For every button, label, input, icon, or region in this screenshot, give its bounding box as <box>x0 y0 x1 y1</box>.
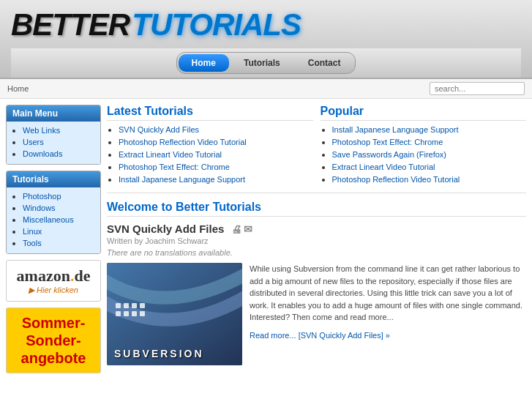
latest-tutorials-title: Latest Tutorials <box>107 105 313 121</box>
latest-item-3[interactable]: Photoshop Text Effect: Chrome <box>119 163 230 171</box>
nav: Home Tutorials Contact <box>11 48 521 78</box>
list-item: Extract Lineart Video Tutorial <box>119 149 313 160</box>
list-item: Photoshop <box>23 191 94 201</box>
svg-rect-1 <box>116 303 121 308</box>
article-icons: 🖨 ✉ <box>231 223 252 235</box>
header: BETTER TUTORIALS Home Tutorials Contact <box>0 0 532 79</box>
article-body: SUBVERSION While using Subversion from t… <box>107 263 526 365</box>
amazon-ad[interactable]: amazon.de ▶ Hier klicken <box>6 260 101 302</box>
logo-tutorials: TUTORIALS <box>132 7 301 42</box>
list-item: Web Links <box>23 125 94 135</box>
list-item: Miscellaneous <box>23 215 94 225</box>
list-item: Install Japanese Language Support <box>119 174 313 184</box>
amazon-logo: amazon.de <box>12 266 94 286</box>
print-icon[interactable]: 🖨 <box>231 223 241 235</box>
article-meta: Written by Joachim Schwarz <box>107 236 526 245</box>
list-item: Users <box>23 137 94 147</box>
logo-better: BETTER <box>11 7 130 42</box>
svg-rect-4 <box>140 303 145 308</box>
sommer-text: Sommer- Sonder- angebote <box>12 314 94 367</box>
list-item: Photoshop Reflection Video Tutorial <box>119 137 313 147</box>
article-title: SVN Quickly Add Files 🖨 ✉ <box>107 223 526 235</box>
latest-tutorials-list: SVN Quickly Add Files Photoshop Reflecti… <box>107 124 313 184</box>
windows-link[interactable]: Windows <box>23 204 56 212</box>
nav-contact[interactable]: Contact <box>295 54 354 72</box>
popular-item-3[interactable]: Extract Lineart Video Tutorial <box>332 163 435 171</box>
hier-klicken[interactable]: ▶ Hier klicken <box>12 286 94 295</box>
popular-list: Install Japanese Language Support Photos… <box>321 124 527 184</box>
read-more-link[interactable]: Read more... [SVN Quickly Add Files] » <box>250 329 526 342</box>
list-item: Downloads <box>23 149 94 159</box>
tutorials-menu-box: Tutorials Photoshop Windows Miscellaneou… <box>6 171 101 254</box>
main-menu-title: Main Menu <box>7 105 100 122</box>
subversion-label: SUBVERSION <box>114 348 204 359</box>
breadcrumb: Home <box>7 84 29 93</box>
nav-home[interactable]: Home <box>179 54 229 72</box>
article-notice: There are no translations available. <box>107 248 526 257</box>
misc-link[interactable]: Miscellaneous <box>23 215 74 224</box>
main-layout: Main Menu Web Links Users Downloads Tuto… <box>0 99 532 385</box>
list-item: Photoshop Reflection Video Tutorial <box>332 174 527 184</box>
popular-panel: Popular Install Japanese Language Suppor… <box>321 105 527 187</box>
latest-item-4[interactable]: Install Japanese Language Support <box>119 175 245 184</box>
amazon-dot: . <box>70 266 75 285</box>
nav-tutorials[interactable]: Tutorials <box>231 54 293 72</box>
svg-rect-5 <box>116 311 121 316</box>
list-item: Photoshop Text Effect: Chrome <box>332 137 527 147</box>
list-item: Windows <box>23 203 94 213</box>
tutorials-menu-title: Tutorials <box>7 171 100 187</box>
list-item: SVN Quickly Add Files <box>119 124 313 135</box>
svg-rect-7 <box>132 311 137 316</box>
welcome-section: Welcome to Better Tutorials SVN Quickly … <box>107 201 526 365</box>
users-link[interactable]: Users <box>23 138 44 146</box>
tools-link[interactable]: Tools <box>23 239 42 247</box>
popular-item-4[interactable]: Photoshop Reflection Video Tutorial <box>332 175 460 184</box>
welcome-title: Welcome to Better Tutorials <box>107 201 526 217</box>
list-item: Save Passwords Again (Firefox) <box>332 149 527 160</box>
latest-tutorials-panel: Latest Tutorials SVN Quickly Add Files P… <box>107 105 313 187</box>
linux-link[interactable]: Linux <box>23 227 42 236</box>
list-item: Linux <box>23 226 94 236</box>
main-menu-box: Main Menu Web Links Users Downloads <box>6 105 101 165</box>
article-text: While using Subversion from the command … <box>250 263 526 365</box>
popular-title: Popular <box>321 105 527 121</box>
email-icon[interactable]: ✉ <box>244 223 252 235</box>
svg-rect-8 <box>140 311 145 316</box>
latest-item-1[interactable]: Photoshop Reflection Video Tutorial <box>119 138 247 146</box>
downloads-link[interactable]: Downloads <box>23 149 62 158</box>
sidebar: Main Menu Web Links Users Downloads Tuto… <box>6 105 101 379</box>
photoshop-link[interactable]: Photoshop <box>23 192 61 201</box>
latest-item-2[interactable]: Extract Lineart Video Tutorial <box>119 150 222 159</box>
svg-rect-3 <box>132 303 137 308</box>
list-item: Photoshop Text Effect: Chrome <box>119 162 313 172</box>
popular-item-0[interactable]: Install Japanese Language Support <box>332 125 459 134</box>
main-menu-content: Web Links Users Downloads <box>7 122 100 164</box>
top-panels: Latest Tutorials SVN Quickly Add Files P… <box>107 105 526 193</box>
tutorials-menu-content: Photoshop Windows Miscellaneous Linux To… <box>7 187 100 253</box>
svg-rect-6 <box>124 311 129 316</box>
content: Latest Tutorials SVN Quickly Add Files P… <box>107 105 526 379</box>
sommer-ad[interactable]: Sommer- Sonder- angebote <box>6 307 101 373</box>
latest-item-0[interactable]: SVN Quickly Add Files <box>119 125 199 134</box>
list-item: Tools <box>23 238 94 248</box>
topbar: Home <box>0 79 532 99</box>
web-links-link[interactable]: Web Links <box>23 126 60 135</box>
popular-item-2[interactable]: Save Passwords Again (Firefox) <box>332 150 447 159</box>
list-item: Install Japanese Language Support <box>332 124 527 135</box>
article-image: SUBVERSION <box>107 263 242 365</box>
logo: BETTER TUTORIALS <box>11 7 521 42</box>
list-item: Extract Lineart Video Tutorial <box>332 162 527 172</box>
search-input[interactable] <box>430 82 525 95</box>
popular-item-1[interactable]: Photoshop Text Effect: Chrome <box>332 138 443 146</box>
nav-inner: Home Tutorials Contact <box>176 52 356 74</box>
svg-rect-2 <box>124 303 129 308</box>
